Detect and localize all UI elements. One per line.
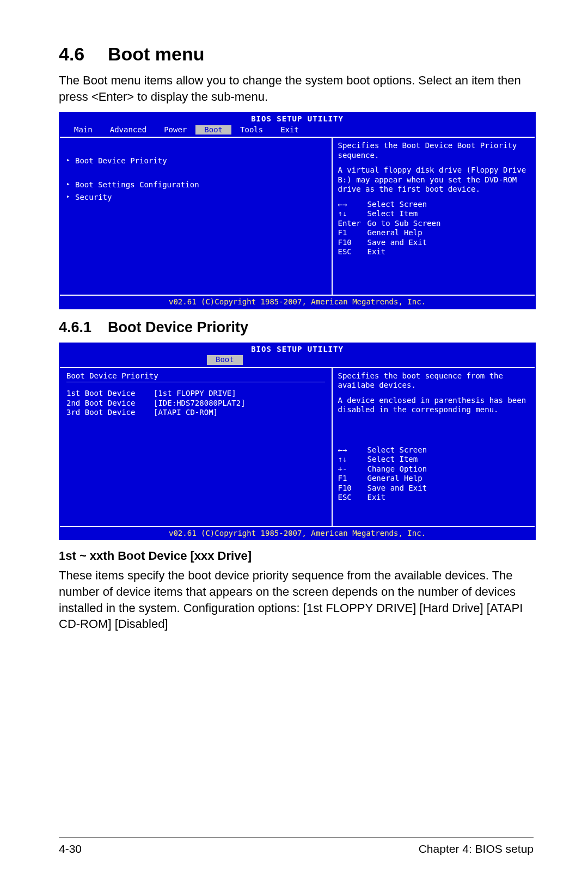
bios-option-2nd-boot-device[interactable]: 2nd Boot Device [IDE:HDS728080PLAT2] (66, 399, 325, 408)
bios-key-desc: Save and Exit (367, 238, 427, 248)
bios-item-security[interactable]: ▸ Security (66, 193, 325, 203)
bios-key-desc: Save and Exit (367, 484, 427, 493)
bios-key: F10 (338, 238, 367, 248)
bios-screen-boot-menu: BIOS SETUP UTILITY Main Advanced Power B… (59, 112, 536, 309)
bios-option-label: 3rd Boot Device (66, 408, 154, 418)
bios-help-text-1: Specifies the boot sequence from the ava… (338, 371, 529, 390)
bios-key-row: EnterGo to Sub Screen (338, 219, 529, 229)
bios-screen-boot-device-priority: BIOS SETUP UTILITY Boot Boot Device Prio… (59, 343, 536, 541)
bios-title: BIOS SETUP UTILITY (60, 344, 535, 356)
bios-title: BIOS SETUP UTILITY (60, 113, 535, 125)
subsection-heading: 4.6.1Boot Device Priority (59, 319, 534, 336)
intro-paragraph: The Boot menu items allow you to change … (59, 72, 534, 105)
bios-key-desc: Change Option (367, 465, 427, 474)
chevron-right-icon: ▸ (66, 156, 75, 164)
bios-item-boot-settings-configuration[interactable]: ▸ Boot Settings Configuration (66, 180, 325, 190)
bios-help-text-2: A virtual floppy disk drive (Floppy Driv… (338, 166, 529, 194)
bios-key-row: ESCExit (338, 493, 529, 503)
bios-key: +- (338, 465, 367, 474)
bios-tab-boot[interactable]: Boot (207, 355, 243, 365)
subsection-title-text: Boot Device Priority (108, 319, 248, 335)
chevron-right-icon: ▸ (66, 193, 75, 200)
bios-tab-bar: Boot (60, 355, 535, 367)
bios-key: ↑↓ (338, 209, 367, 219)
page-number: 4-30 (59, 842, 82, 856)
bios-option-label: 1st Boot Device (66, 389, 154, 399)
bios-key: ←→ (338, 200, 367, 210)
bios-item-label: Boot Settings Configuration (75, 180, 199, 190)
bios-item-label: Security (75, 193, 112, 203)
bios-tab-tools[interactable]: Tools (231, 125, 272, 135)
bios-help-panel: Specifies the Boot Device Boot Priority … (333, 138, 535, 296)
bios-key-row: ↑↓Select Item (338, 209, 529, 219)
bios-tab-main[interactable]: Main (65, 125, 101, 135)
bios-help-text-1: Specifies the Boot Device Boot Priority … (338, 141, 529, 160)
bios-key: ESC (338, 493, 367, 503)
bios-item-boot-device-priority[interactable]: ▸ Boot Device Priority (66, 156, 325, 166)
bios-help-text-2: A device enclosed in parenthesis has bee… (338, 396, 529, 415)
bios-item-label: Boot Device Priority (75, 156, 167, 166)
section-number: 4.6 (59, 44, 108, 65)
bios-key-desc: Select Item (367, 209, 418, 219)
bios-main-panel: Boot Device Priority 1st Boot Device [1s… (60, 368, 333, 527)
bios-help-panel: Specifies the boot sequence from the ava… (333, 368, 535, 527)
bios-key: ←→ (338, 445, 367, 455)
item-heading: 1st ~ xxth Boot Device [xxx Drive] (59, 549, 534, 563)
bios-tab-exit[interactable]: Exit (272, 125, 308, 135)
subsection-number: 4.6.1 (59, 319, 108, 336)
chapter-label: Chapter 4: BIOS setup (419, 842, 534, 856)
bios-key-row: F10Save and Exit (338, 238, 529, 248)
bios-key-row: ESCExit (338, 247, 529, 257)
bios-key-desc: Select Screen (367, 445, 427, 455)
bios-option-value: [1st FLOPPY DRIVE] (154, 389, 236, 399)
bios-key-desc: Go to Sub Screen (367, 219, 441, 229)
bios-main-panel: ▸ Boot Device Priority ▸ Boot Settings C… (60, 138, 333, 296)
page-footer: 4-30 Chapter 4: BIOS setup (59, 838, 534, 856)
bios-key-desc: Select Item (367, 455, 418, 465)
bios-key: Enter (338, 219, 367, 229)
bios-key-row: F1General Help (338, 474, 529, 484)
bios-option-value: [IDE:HDS728080PLAT2] (154, 399, 246, 408)
bios-key-legend: ←→Select Screen ↑↓Select Item +-Change O… (338, 445, 529, 503)
bios-key: F10 (338, 484, 367, 493)
bios-footer: v02.61 (C)Copyright 1985-2007, American … (60, 296, 535, 308)
bios-key-desc: Exit (367, 493, 386, 503)
chevron-right-icon: ▸ (66, 180, 75, 188)
bios-key-row: ←→Select Screen (338, 445, 529, 455)
bios-option-label: 2nd Boot Device (66, 399, 154, 408)
section-heading: 4.6Boot menu (59, 44, 534, 65)
bios-tab-advanced[interactable]: Advanced (101, 125, 155, 135)
bios-key-row: ←→Select Screen (338, 200, 529, 210)
bios-key-desc: General Help (367, 228, 422, 238)
bios-tab-power[interactable]: Power (155, 125, 195, 135)
bios-key-desc: Exit (367, 247, 386, 257)
bios-option-value: [ATAPI CD-ROM] (154, 408, 218, 418)
bios-tab-bar: Main Advanced Power Boot Tools Exit (60, 125, 535, 137)
bios-key-row: ↑↓Select Item (338, 455, 529, 465)
bios-key: ↑↓ (338, 455, 367, 465)
bios-key: F1 (338, 474, 367, 484)
bios-key-desc: General Help (367, 474, 422, 484)
bios-key-row: F10Save and Exit (338, 484, 529, 493)
bios-key-desc: Select Screen (367, 200, 427, 210)
bios-key-row: +-Change Option (338, 465, 529, 474)
bios-section-title: Boot Device Priority (66, 371, 325, 383)
bios-tab-boot[interactable]: Boot (195, 125, 231, 135)
item-body-text: These items specify the boot device prio… (59, 567, 534, 632)
bios-footer: v02.61 (C)Copyright 1985-2007, American … (60, 527, 535, 540)
bios-key: F1 (338, 228, 367, 238)
bios-key: ESC (338, 247, 367, 257)
bios-option-3rd-boot-device[interactable]: 3rd Boot Device [ATAPI CD-ROM] (66, 408, 325, 418)
section-title-text: Boot menu (108, 44, 205, 64)
bios-key-legend: ←→Select Screen ↑↓Select Item EnterGo to… (338, 200, 529, 257)
bios-key-row: F1General Help (338, 228, 529, 238)
bios-option-1st-boot-device[interactable]: 1st Boot Device [1st FLOPPY DRIVE] (66, 389, 325, 399)
